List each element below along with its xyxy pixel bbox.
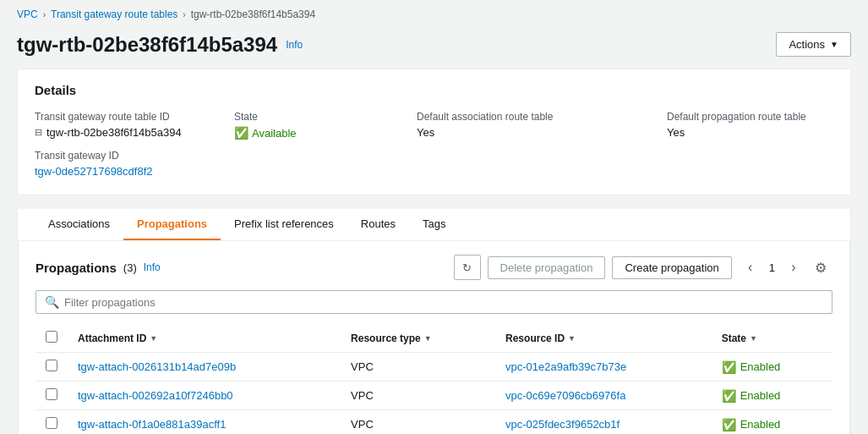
tab-routes[interactable]: Routes (347, 209, 409, 240)
row-0-resource-link[interactable]: vpc-01e2a9afb39c7b73e (505, 360, 626, 373)
detail-state: State ✅ Available (234, 111, 403, 140)
table-row: tgw-attach-002692a10f7246bb0 VPC vpc-0c6… (35, 382, 833, 410)
breadcrumb-current: tgw-rtb-02be38f6f14b5a394 (191, 8, 315, 20)
sort-resource-id-icon[interactable]: ▼ (568, 334, 576, 343)
available-icon: ✅ (234, 126, 248, 140)
row-2-state-icon: ✅ (722, 418, 736, 431)
row-2-attachment-link[interactable]: tgw-attach-0f1a0e881a39acff1 (78, 418, 226, 431)
col-resource-id-label: Resource ID (505, 332, 565, 344)
main-content: Details Transit gateway route table ID ⊟… (0, 69, 868, 434)
select-all-checkbox[interactable] (46, 331, 57, 343)
actions-button[interactable]: Actions ▼ (776, 32, 851, 57)
col-resource-type-label: Resource type (351, 332, 421, 344)
tab-tags[interactable]: Tags (409, 209, 459, 240)
row-1-state: ✅ Enabled (712, 382, 833, 410)
detail-route-table-id-label: Transit gateway route table ID (35, 111, 221, 123)
row-0-attachment-link[interactable]: tgw-attach-0026131b14ad7e09b (78, 360, 236, 373)
row-2-attachment-id: tgw-attach-0f1a0e881a39acff1 (68, 410, 341, 435)
row-0-resource-type: VPC (341, 353, 495, 382)
page-number: 1 (766, 261, 778, 274)
page-info-link[interactable]: Info (286, 39, 303, 51)
section-title: Propagations (35, 261, 117, 275)
detail-default-association: Default association route table Yes (417, 111, 653, 140)
sort-resource-type-icon[interactable]: ▼ (424, 334, 432, 343)
breadcrumb-chevron-2: › (183, 10, 185, 19)
propagations-count: (3) (123, 261, 137, 274)
row-1-resource-link[interactable]: vpc-0c69e7096cb6976fa (505, 389, 625, 402)
table-settings-icon[interactable]: ⚙ (809, 255, 833, 279)
row-1-resource-type: VPC (341, 382, 495, 410)
sort-attachment-id-icon[interactable]: ▼ (150, 334, 157, 343)
section-actions: ↻ Delete propagation Create propagation … (454, 255, 833, 280)
actions-caret-icon: ▼ (830, 40, 838, 49)
row-2-state-label: Enabled (740, 418, 781, 431)
col-attachment-id: Attachment ID ▼ (68, 324, 341, 353)
row-1-checkbox-cell (35, 382, 68, 410)
col-resource-type: Resource type ▼ (341, 324, 495, 353)
row-2-resource-type: VPC (341, 410, 495, 435)
row-0-state-icon: ✅ (722, 360, 736, 374)
copy-icon[interactable]: ⊟ (35, 127, 42, 138)
row-0-attachment-id: tgw-attach-0026131b14ad7e09b (68, 353, 341, 382)
propagations-table: Attachment ID ▼ Resource type ▼ (35, 324, 833, 434)
tabs-wrapper: Associations Propagations Prefix list re… (18, 209, 850, 241)
detail-default-propagation-label: Default propagation route table (667, 111, 833, 123)
detail-default-association-value: Yes (417, 126, 653, 139)
row-0-state-label: Enabled (740, 360, 781, 373)
propagations-info-link[interactable]: Info (144, 261, 161, 273)
row-1-attachment-link[interactable]: tgw-attach-002692a10f7246bb0 (78, 389, 233, 402)
refresh-icon: ↻ (462, 261, 472, 274)
row-1-attachment-id: tgw-attach-002692a10f7246bb0 (68, 382, 341, 410)
row-2-state: ✅ Enabled (712, 410, 833, 435)
page-title-area: tgw-rtb-02be38f6f14b5a394 Info (17, 33, 303, 57)
detail-state-label: State (234, 111, 403, 123)
state-text: Available (252, 127, 297, 140)
breadcrumb: VPC › Transit gateway route tables › tgw… (0, 0, 868, 25)
details-card: Details Transit gateway route table ID ⊟… (17, 69, 851, 195)
create-propagation-button[interactable]: Create propagation (612, 256, 731, 279)
breadcrumb-vpc[interactable]: VPC (17, 8, 38, 20)
detail-tgw-value[interactable]: tgw-0de52717698cdf8f2 (35, 165, 833, 178)
row-1-checkbox[interactable] (46, 388, 57, 400)
delete-propagation-button[interactable]: Delete propagation (488, 256, 606, 279)
table-row: tgw-attach-0f1a0e881a39acff1 VPC vpc-025… (35, 410, 833, 435)
col-attachment-id-label: Attachment ID (78, 332, 146, 344)
page-header: tgw-rtb-02be38f6f14b5a394 Info Actions ▼ (0, 25, 868, 69)
col-state: State ▼ (712, 324, 833, 353)
row-0-resource-id: vpc-01e2a9afb39c7b73e (495, 353, 712, 382)
route-table-id-text: tgw-rtb-02be38f6f14b5a394 (46, 126, 182, 139)
row-2-resource-link[interactable]: vpc-025fdec3f9652cb1f (505, 418, 620, 431)
detail-default-propagation-value: Yes (667, 126, 833, 139)
row-2-checkbox[interactable] (46, 417, 57, 429)
row-1-resource-id: vpc-0c69e7096cb6976fa (495, 382, 712, 410)
search-icon: 🔍 (45, 295, 59, 309)
next-page-button[interactable]: › (782, 255, 805, 279)
detail-transit-gateway-id: Transit gateway ID tgw-0de52717698cdf8f2 (35, 150, 833, 178)
propagations-section: Propagations (3) Info ↻ Delete propagati… (18, 241, 850, 434)
prev-page-button[interactable]: ‹ (739, 255, 762, 279)
detail-default-association-label: Default association route table (417, 111, 653, 123)
sort-state-icon[interactable]: ▼ (750, 334, 757, 343)
detail-state-value: ✅ Available (234, 126, 403, 140)
row-0-checkbox-cell (35, 353, 68, 382)
detail-route-table-id: Transit gateway route table ID ⊟ tgw-rtb… (35, 111, 221, 140)
tab-associations[interactable]: Associations (35, 209, 123, 240)
tab-prefix-list-references[interactable]: Prefix list references (221, 209, 347, 240)
actions-label: Actions (789, 38, 825, 51)
section-header: Propagations (3) Info ↻ Delete propagati… (35, 255, 833, 280)
details-title: Details (35, 83, 833, 97)
select-all-header (35, 324, 68, 353)
col-resource-id: Resource ID ▼ (495, 324, 712, 353)
section-title-area: Propagations (3) Info (35, 261, 161, 275)
row-1-state-label: Enabled (740, 389, 781, 402)
row-2-checkbox-cell (35, 410, 68, 435)
breadcrumb-transit-gateway-route-tables[interactable]: Transit gateway route tables (51, 8, 177, 20)
refresh-button[interactable]: ↻ (454, 255, 481, 280)
tab-propagations[interactable]: Propagations (123, 209, 221, 240)
details-grid: Transit gateway route table ID ⊟ tgw-rtb… (35, 111, 833, 140)
tabs-container: Associations Propagations Prefix list re… (17, 209, 851, 434)
row-0-checkbox[interactable] (46, 360, 57, 371)
detail-default-propagation: Default propagation route table Yes (667, 111, 833, 140)
table-row: tgw-attach-0026131b14ad7e09b VPC vpc-01e… (35, 353, 833, 382)
search-input[interactable] (64, 296, 823, 309)
